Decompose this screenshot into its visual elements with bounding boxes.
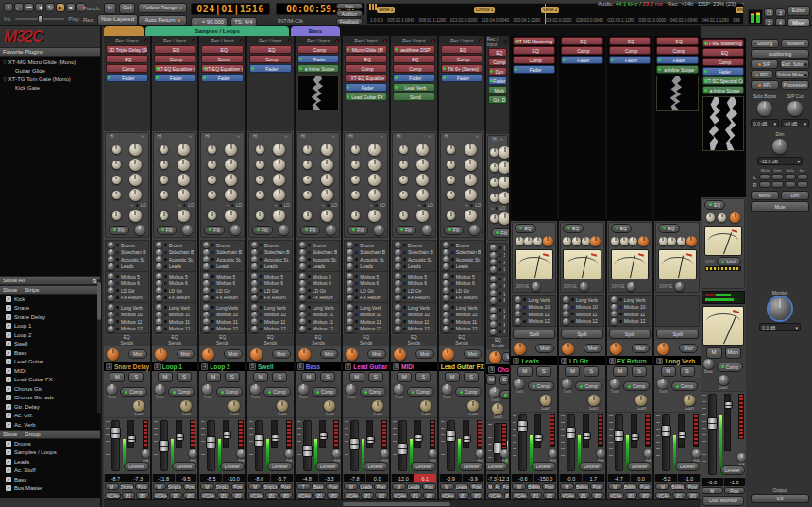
drive-knob[interactable] [532, 282, 540, 291]
aux-send-row[interactable]: Mixbus 5 [201, 273, 244, 280]
aux-send-row[interactable]: Long Verb [561, 296, 603, 304]
fader-cap[interactable] [302, 445, 313, 457]
aux-send-row[interactable]: Long Verb [249, 304, 292, 312]
send-level-knob[interactable] [611, 304, 617, 311]
aux-send-row[interactable]: Mixbus 11 [609, 311, 651, 318]
send-level-knob[interactable] [347, 280, 353, 287]
phase-1-button[interactable]: Ø1 [504, 492, 509, 499]
leveler-cap[interactable] [271, 434, 279, 442]
insert-slot[interactable]: Fader [249, 64, 292, 73]
comp-button[interactable]: Comp [120, 387, 146, 397]
channel-fader[interactable] [398, 420, 407, 471]
window-stack-button[interactable]: ❐ [764, 8, 774, 17]
master-send-knob[interactable] [250, 348, 262, 361]
send-level-knob[interactable] [490, 297, 497, 304]
send-level-knob[interactable] [563, 296, 569, 303]
list-item[interactable]: ✓ Samples / Loops [0, 448, 100, 458]
eq-freq-knob[interactable] [303, 176, 312, 184]
aux-send-row[interactable]: LD Gtr [441, 287, 483, 295]
send-level-knob[interactable] [490, 245, 497, 251]
aux-send-row[interactable]: Drums [297, 242, 340, 249]
send-level-knob[interactable] [611, 318, 617, 325]
phase-2-button[interactable]: Ø0 [591, 492, 604, 499]
aux-send-row[interactable]: Long Verb [154, 304, 196, 312]
auditioning-indicator[interactable]: Auditioning [751, 49, 809, 59]
aux-send-row[interactable]: Leads [488, 266, 507, 274]
send-level-knob[interactable] [490, 290, 497, 296]
aux-send-row[interactable]: Mixbus 12 [513, 318, 555, 326]
send-level-knob[interactable] [490, 307, 497, 313]
favorite-plugin-item[interactable]: Kick Gate [0, 83, 100, 92]
aux-send-row[interactable]: Mixbus 5 [441, 273, 483, 280]
exclusive-solo-button[interactable]: Excl. Solo [780, 59, 809, 69]
group-assign-button[interactable]: SmpLs [215, 483, 230, 490]
fader-cap[interactable] [661, 425, 671, 437]
send-level-knob[interactable] [395, 312, 401, 318]
gain-knob[interactable] [588, 395, 600, 406]
matrix-l-inv-button[interactable] [797, 174, 808, 180]
aux-send-row[interactable]: LD Gtr [393, 287, 435, 295]
insert-slot[interactable]: EQ [106, 55, 148, 63]
insert-slot[interactable]: Fader [201, 74, 244, 82]
aux-send-row[interactable]: Mixbus 10 [561, 304, 603, 312]
dim-knob[interactable] [772, 139, 787, 154]
mute-assign-button[interactable]: M [200, 483, 213, 490]
checkbox[interactable]: ✓ [6, 395, 11, 400]
sip-cut-value[interactable]: -inf dB▾ [781, 119, 809, 127]
phase-2-button[interactable]: Ø0 [327, 492, 340, 499]
aux-send-row[interactable]: FX Return [345, 295, 387, 302]
send-level-knob[interactable] [443, 318, 449, 325]
eq-gain-knob[interactable] [225, 159, 237, 171]
record-arm-icon[interactable] [192, 39, 195, 42]
aux-send-row[interactable]: Mixbus 12 [297, 326, 340, 333]
checkbox[interactable]: ✓ [6, 485, 11, 491]
insert-slot[interactable]: Comp [609, 46, 651, 55]
aux-send-row[interactable]: Mixbus 10 [609, 304, 651, 312]
send-level-knob[interactable] [395, 318, 401, 325]
insert-slot[interactable]: aedthree DSP [393, 45, 435, 54]
master-send-knob[interactable] [202, 348, 214, 361]
eq-freq-knob[interactable] [160, 191, 168, 199]
send-level-knob[interactable] [156, 242, 162, 248]
aux-send-row[interactable]: FX Return [441, 295, 483, 302]
strip-eq-knob[interactable] [620, 237, 629, 245]
aux-send-row[interactable]: Drums [106, 242, 148, 249]
rec-mode-button[interactable]: Non-Layered [97, 14, 138, 25]
master-send-knob[interactable] [442, 348, 454, 361]
afl-button[interactable]: AFL [751, 80, 779, 90]
phase-1-button[interactable]: Ø1 [625, 492, 638, 499]
leveler-fader[interactable] [127, 420, 134, 448]
master-mute-button[interactable]: M [706, 347, 722, 358]
send-level-knob[interactable] [490, 266, 497, 273]
eq-gain-knob[interactable] [225, 174, 237, 186]
eq-freq-knob[interactable] [399, 191, 408, 199]
send-level-knob[interactable] [203, 312, 210, 318]
channel-name-bar[interactable]: 4 Loop 2 [199, 362, 245, 371]
insert-slot[interactable]: Lead Guitar FX [345, 93, 387, 101]
eq-gain-knob[interactable] [321, 144, 333, 156]
aux-send-row[interactable]: Mixbus 11 [201, 318, 244, 326]
channel-name-bar[interactable]: 2 Snare Delay [104, 362, 150, 371]
leveler-fader[interactable] [678, 414, 685, 448]
solo-button[interactable]: S [225, 372, 240, 382]
aux-send-row[interactable]: Acoustic St. [345, 256, 387, 263]
bias-knob[interactable] [703, 359, 714, 369]
phase-2-button[interactable]: Ø0 [470, 492, 483, 499]
master-send-knob[interactable] [155, 348, 167, 361]
send-level-knob[interactable] [299, 249, 306, 256]
phase-1-button[interactable]: Ø1 [265, 492, 279, 499]
eq-button[interactable]: EQ [515, 224, 535, 233]
send-level-knob[interactable] [203, 249, 210, 256]
vca-button[interactable]: -VCAs- [512, 492, 528, 499]
aux-send-row[interactable]: LD Gtr [297, 287, 340, 295]
send-level-knob[interactable] [347, 263, 353, 270]
eq-gain-knob[interactable] [368, 189, 381, 201]
trim-knob[interactable] [562, 379, 572, 389]
gain-knob[interactable] [467, 400, 479, 412]
gain-knob[interactable] [635, 395, 647, 406]
solo-button[interactable]: S [177, 372, 192, 382]
send-level-knob[interactable] [347, 295, 353, 301]
aux-send-row[interactable]: Leads [106, 263, 148, 271]
send-level-knob[interactable] [251, 287, 258, 294]
send-level-knob[interactable] [108, 287, 114, 294]
